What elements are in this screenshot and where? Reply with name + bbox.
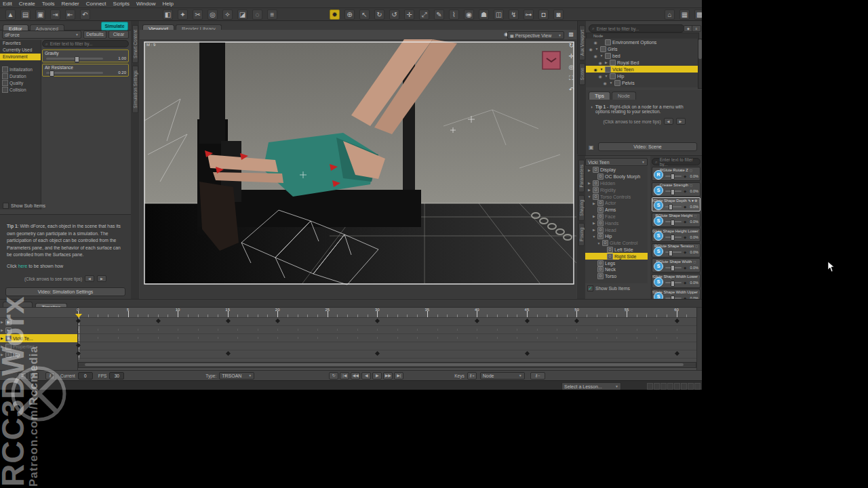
expand-arrow-icon[interactable]: ▼ (587, 195, 591, 199)
expand-arrow-icon[interactable]: ▶ (0, 328, 4, 332)
toolbar-icon[interactable]: ◉ (464, 9, 474, 20)
expand-arrow-icon[interactable]: ▼ (592, 235, 596, 239)
parameter-slider[interactable]: RGlute Shape Depth ✎♥⚙ ◻ S ◆ 0.0% (652, 197, 701, 211)
next-tip-button[interactable]: ▶ (97, 275, 106, 282)
param-group-row[interactable]: ▼ O Hip (585, 233, 648, 240)
video-scene-button[interactable]: Video: Scene (598, 142, 697, 151)
timeline-hscrollbar[interactable] (78, 362, 696, 368)
params-search-input[interactable]: ⌕ Enter text to filter by... (652, 158, 701, 165)
scene-node-row[interactable]: ◉ ▼ Girls (586, 45, 699, 52)
expand-arrow-icon[interactable]: ▶ (604, 60, 608, 64)
sim-subgroup-item[interactable]: Quality (0, 79, 41, 86)
expand-arrow-icon[interactable]: ▶ (0, 336, 4, 340)
param-value[interactable]: 0.0% (686, 235, 698, 239)
dock-side-tab[interactable]: Simulation Settings (132, 66, 138, 113)
param-value[interactable]: 0.0% (686, 250, 698, 254)
toolbar-icon[interactable]: ⤢ (419, 9, 429, 20)
expand-arrow-icon[interactable]: ▶ (0, 320, 4, 324)
prev-key-icon[interactable]: ◀◀ (351, 372, 360, 380)
tip-tab[interactable]: Tips (589, 92, 610, 100)
viewport-nav-icon[interactable]: ↶ (569, 86, 574, 93)
expand-arrow-icon[interactable]: ▶ (587, 188, 591, 192)
toolbar-icon[interactable]: ▩ (694, 9, 702, 20)
slider-handle[interactable] (75, 56, 79, 62)
slider-handle[interactable] (50, 70, 54, 77)
toolbar-icon[interactable]: ⇤ (65, 9, 75, 20)
param-group-row[interactable]: O OC Booty Morph (585, 174, 648, 180)
timeline-track[interactable] (78, 350, 696, 359)
viewport-nav-icon[interactable]: ◎ (569, 64, 574, 70)
param-value[interactable]: 0.0% (686, 189, 698, 193)
toolbar-icon[interactable]: ✎ (434, 9, 444, 20)
viewport-options-icon[interactable]: ▩ (568, 31, 574, 37)
keyframe-marker[interactable] (156, 319, 161, 323)
parameter-slider[interactable]: RGlute Shape Height ✎♥⚙ ◻ S ◆ 0.0% (652, 213, 701, 227)
keyframe-marker[interactable] (525, 351, 530, 356)
param-group-row[interactable]: O Neck (585, 266, 648, 273)
step-back-icon[interactable]: ◀ (361, 372, 371, 380)
preset-dropdown[interactable]: dForce▼ (2, 30, 81, 39)
expand-arrow-icon[interactable]: ▶ (592, 201, 596, 205)
toolbar-icon[interactable]: ▲ (5, 9, 16, 20)
slider-handle[interactable] (671, 174, 675, 180)
toolbar-icon[interactable]: ✹ (330, 9, 340, 20)
slider-track[interactable] (665, 282, 682, 283)
menu-item[interactable]: Help (162, 1, 173, 7)
scene-node-row[interactable]: ◉ ▶ Royal Bed (586, 59, 699, 66)
dock-side-tab[interactable]: Aux Viewport (579, 25, 585, 60)
param-group-row[interactable]: ▼ O Glute Control (585, 240, 648, 247)
timeline-tree-row[interactable]: ▶ Properties (0, 342, 77, 350)
slider-track[interactable] (665, 221, 682, 222)
keyframe-marker[interactable] (226, 319, 231, 323)
sim-group-item[interactable]: Currently Used (0, 47, 41, 54)
timeline-tree-row[interactable]: ▶ ☗ Vicki Te... (0, 334, 77, 342)
parameter-slider[interactable]: Crease Strength ✎♥⚙ ◻ S ◆ 0.0% (652, 182, 701, 197)
expand-arrow-icon[interactable]: ▶ (0, 344, 4, 348)
toolbar-icon[interactable]: ⊕ (344, 9, 355, 20)
viewport-nav-icon[interactable]: ⛶ (569, 75, 573, 82)
toolbar-icon[interactable]: ◘ (538, 9, 549, 20)
toolbar-icon[interactable]: ◌ (252, 9, 262, 20)
slider-track[interactable] (665, 237, 682, 238)
param-group-row[interactable]: O Torso (585, 273, 648, 280)
expand-arrow-icon[interactable]: ▼ (604, 74, 608, 78)
keyframe-marker[interactable] (375, 351, 380, 356)
menu-item[interactable]: Tools (42, 1, 55, 7)
loop-icon[interactable]: ↻ (329, 372, 338, 380)
params-node-dropdown[interactable]: Vicki Teen▼ (585, 158, 648, 166)
lock-icon[interactable]: ◻ (690, 168, 692, 172)
lock-icon[interactable]: ◻ (694, 214, 696, 218)
lock-icon[interactable]: ◻ (695, 244, 698, 248)
slider-handle[interactable] (671, 220, 675, 226)
toolbar-icon[interactable]: ◎ (208, 9, 218, 20)
expand-arrow-icon[interactable]: ▶ (0, 352, 4, 357)
keyframe-marker[interactable] (675, 351, 679, 356)
slider-handle[interactable] (671, 281, 675, 287)
slider-handle[interactable] (669, 204, 673, 210)
toolbar-icon[interactable]: ◫ (494, 9, 504, 20)
toolbar-icon[interactable]: ⌇ (449, 9, 459, 20)
toolbar-icon[interactable]: ⊶ (524, 9, 534, 20)
keyframe-marker[interactable] (675, 319, 679, 323)
favorite-heart-icon[interactable]: ♥ (692, 199, 694, 203)
menu-item[interactable]: Scripts (113, 1, 130, 7)
visibility-eye-icon[interactable]: ◉ (597, 74, 603, 79)
delete-key-icon[interactable]: ⚷− (530, 372, 545, 380)
parameter-slider[interactable]: RGlute Shape Width ✎♥⚙ ◻ S ◆ 0.0% (652, 258, 701, 272)
lock-icon[interactable]: ◻ (699, 290, 700, 294)
type-dropdown[interactable]: TRSOAN▼ (219, 372, 254, 380)
camera-dropdown[interactable]: ▦Perspective View ▼ (507, 31, 564, 39)
dock-side-tab[interactable]: Shaping (578, 195, 585, 221)
param-group-row[interactable]: ▶ O Hands (585, 220, 648, 226)
slider-track[interactable] (665, 206, 682, 207)
param-group-row[interactable]: ▶ O Face (585, 214, 648, 220)
timeline-tree-row[interactable]: ▶ ▶ (0, 318, 77, 326)
toolbar-icon[interactable]: ✦ (178, 9, 188, 20)
current-frame-field[interactable]: 0 (78, 372, 93, 380)
toolbar-icon[interactable]: ▤ (20, 9, 31, 20)
keyframe-marker[interactable] (525, 319, 530, 323)
toolbar-icon[interactable]: ≡ (267, 9, 277, 20)
timeline-track-area[interactable]: 051015202530354045505560 (78, 308, 696, 370)
toolbar-icon[interactable]: ⇥ (50, 9, 60, 20)
dock-side-tab[interactable]: Smart Content (132, 25, 138, 63)
